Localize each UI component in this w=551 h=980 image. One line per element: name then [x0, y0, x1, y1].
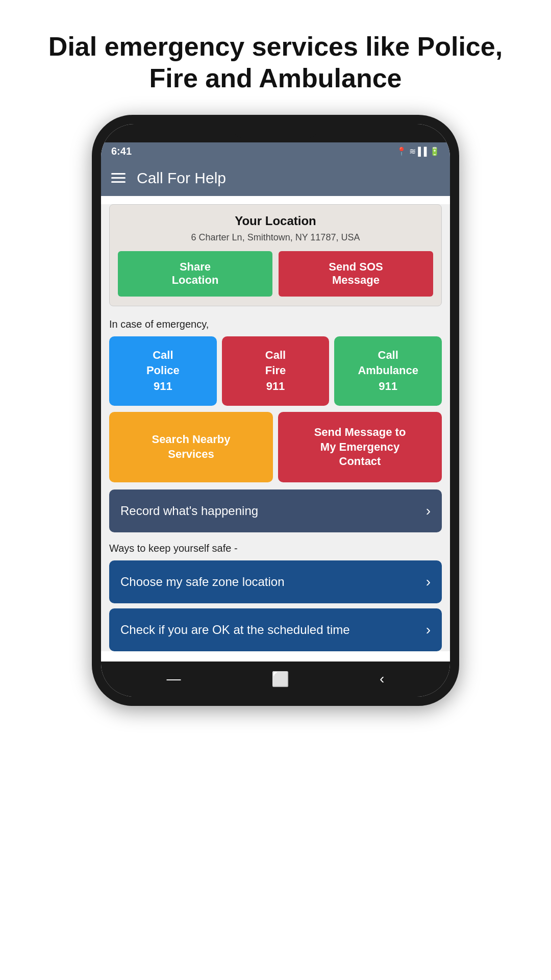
call-fire-button[interactable]: CallFire911: [222, 336, 330, 406]
status-icons: 📍 ≋ ▌▌🔋: [396, 146, 440, 156]
record-label: Record what's happening: [120, 504, 258, 518]
nav-home[interactable]: ⬜: [271, 671, 289, 688]
page-title: Dial emergency services like Police, Fir…: [0, 0, 551, 115]
send-message-button[interactable]: Send Message toMy EmergencyContact: [278, 412, 442, 482]
check-ok-label: Check if you are OK at the scheduled tim…: [120, 623, 350, 637]
safe-label: Ways to keep yourself safe -: [101, 541, 450, 560]
app-header: Call For Help: [101, 160, 450, 196]
record-button[interactable]: Record what's happening ›: [109, 489, 442, 532]
nav-recent[interactable]: ‹: [380, 671, 384, 687]
call-police-button[interactable]: CallPolice911: [109, 336, 217, 406]
nav-back[interactable]: —: [167, 671, 181, 687]
record-chevron: ›: [426, 503, 431, 519]
phone-screen: 6:41 📍 ≋ ▌▌🔋 Call For Help Your Location…: [101, 124, 450, 697]
safe-zone-chevron: ›: [426, 574, 431, 590]
location-title: Your Location: [118, 214, 433, 228]
page-title-section: Dial emergency services like Police, Fir…: [0, 0, 551, 115]
action-buttons-row: Search NearbyServices Send Message toMy …: [101, 412, 450, 489]
app-header-title: Call For Help: [137, 169, 226, 187]
phone-top-bar: [101, 124, 450, 142]
call-ambulance-button[interactable]: CallAmbulance911: [334, 336, 442, 406]
hamburger-menu[interactable]: [111, 173, 126, 183]
safe-zone-label: Choose my safe zone location: [120, 575, 285, 589]
phone-notch: [235, 129, 316, 138]
phone-frame: 6:41 📍 ≋ ▌▌🔋 Call For Help Your Location…: [92, 115, 459, 706]
check-ok-chevron: ›: [426, 622, 431, 638]
app-content: Your Location 6 Charter Ln, Smithtown, N…: [101, 204, 450, 651]
call-buttons-grid: CallPolice911 CallFire911 CallAmbulance9…: [101, 336, 450, 412]
location-address: 6 Charter Ln, Smithtown, NY 11787, USA: [118, 232, 433, 243]
status-icons-right: 📍 ≋ ▌▌🔋: [396, 146, 440, 156]
location-card: Your Location 6 Charter Ln, Smithtown, N…: [109, 204, 442, 306]
check-ok-button[interactable]: Check if you are OK at the scheduled tim…: [109, 608, 442, 651]
emergency-label: In case of emergency,: [101, 314, 450, 336]
status-bar: 6:41 📍 ≋ ▌▌🔋: [101, 142, 450, 160]
location-buttons: ShareLocation Send SOSMessage: [118, 251, 433, 297]
phone-nav-bar: — ⬜ ‹: [101, 662, 450, 697]
status-time: 6:41: [111, 145, 132, 157]
share-location-button[interactable]: ShareLocation: [118, 251, 272, 297]
send-sos-button[interactable]: Send SOSMessage: [279, 251, 433, 297]
search-nearby-button[interactable]: Search NearbyServices: [109, 412, 273, 482]
safe-zone-button[interactable]: Choose my safe zone location ›: [109, 560, 442, 603]
